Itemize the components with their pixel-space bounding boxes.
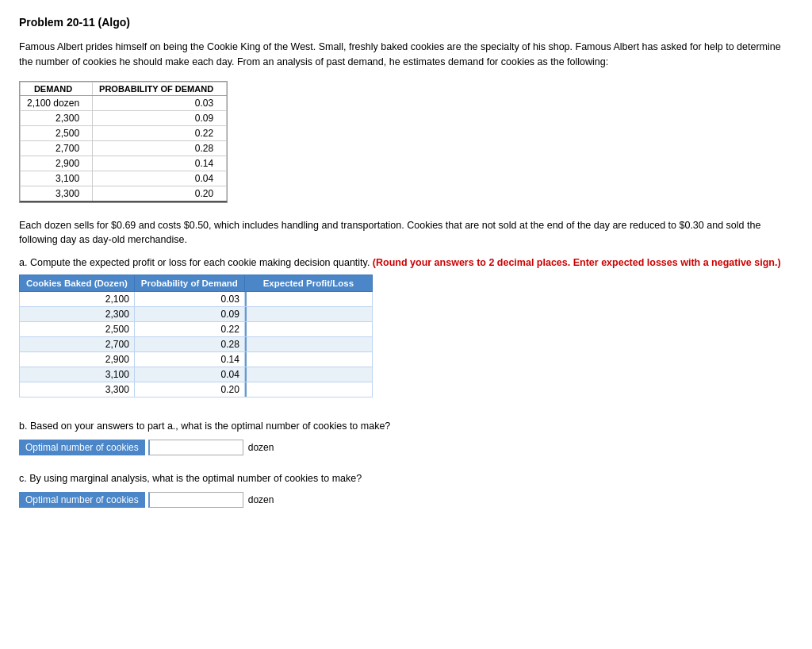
cookies-cell: 3,300 <box>20 382 135 397</box>
part-b-label: b. Based on your answers to part a., wha… <box>19 421 793 432</box>
table-row: 2,500 0.22 <box>20 322 373 337</box>
demand-row: 2,900 0.14 <box>21 156 227 171</box>
part-a-note: (Round your answers to 2 decimal places.… <box>373 257 781 268</box>
demand-row: 2,300 0.09 <box>21 110 227 125</box>
demand-cell: 2,500 <box>21 125 93 140</box>
table-row: 2,700 0.28 <box>20 337 373 352</box>
prob-cell: 0.28 <box>134 337 244 352</box>
prob-cell: 0.14 <box>134 352 244 367</box>
part-a-label: a. Compute the expected profit or loss f… <box>19 257 793 268</box>
col3-header: Expected Profit/Loss <box>244 275 372 292</box>
col1-header: Cookies Baked (Dozen) <box>20 275 135 292</box>
profit-cell[interactable] <box>244 352 372 367</box>
demand-table: DEMAND PROBABILITY OF DEMAND 2,100 dozen… <box>20 82 227 202</box>
part-b-optimal-label: Optimal number of cookies <box>19 440 145 455</box>
part-b-unit: dozen <box>248 442 274 453</box>
part-c-optimal-label: Optimal number of cookies <box>19 492 145 508</box>
profit-cell[interactable] <box>244 307 372 322</box>
cookies-cell: 2,700 <box>20 337 135 352</box>
profit-input-4[interactable] <box>245 352 372 367</box>
cookies-cell: 3,100 <box>20 367 135 382</box>
probability-cell: 0.04 <box>93 171 227 186</box>
probability-col-header: PROBABILITY OF DEMAND <box>93 82 227 95</box>
probability-cell: 0.03 <box>93 95 227 110</box>
probability-cell: 0.28 <box>93 140 227 156</box>
intro-paragraph: Famous Albert prides himself on being th… <box>19 40 793 70</box>
demand-row: 3,300 0.20 <box>21 186 227 202</box>
profit-input-2[interactable] <box>245 322 372 336</box>
table-row: 2,900 0.14 <box>20 352 373 367</box>
profit-cell[interactable] <box>244 322 372 337</box>
part-c-label: c. By using marginal analysis, what is t… <box>19 473 793 484</box>
prob-cell: 0.20 <box>134 382 244 397</box>
probability-cell: 0.14 <box>93 156 227 171</box>
profit-input-3[interactable] <box>245 337 372 351</box>
part-b-input[interactable] <box>148 440 243 455</box>
prob-cell: 0.09 <box>134 307 244 322</box>
profit-input-5[interactable] <box>245 367 372 382</box>
profit-cell[interactable] <box>244 292 372 307</box>
section-text: Each dozen sells for $0.69 and costs $0.… <box>19 218 793 248</box>
demand-row: 2,500 0.22 <box>21 125 227 140</box>
answer-table-wrapper: Cookies Baked (Dozen) Probability of Dem… <box>19 275 373 397</box>
prob-cell: 0.04 <box>134 367 244 382</box>
col2-header: Probability of Demand <box>134 275 244 292</box>
demand-col-header: DEMAND <box>21 82 93 95</box>
demand-row: 2,700 0.28 <box>21 140 227 156</box>
cookies-cell: 2,300 <box>20 307 135 322</box>
part-c-input[interactable] <box>148 492 243 508</box>
demand-cell: 2,300 <box>21 110 93 125</box>
demand-cell: 2,100 dozen <box>21 95 93 110</box>
part-b-optimal-row: Optimal number of cookies dozen <box>19 440 793 455</box>
prob-cell: 0.22 <box>134 322 244 337</box>
profit-cell[interactable] <box>244 367 372 382</box>
probability-cell: 0.22 <box>93 125 227 140</box>
demand-cell: 3,300 <box>21 186 93 202</box>
profit-input-0[interactable] <box>245 292 372 306</box>
table-row: 3,100 0.04 <box>20 367 373 382</box>
answer-table: Cookies Baked (Dozen) Probability of Dem… <box>19 275 373 397</box>
page-title: Problem 20-11 (Algo) <box>19 16 793 29</box>
probability-cell: 0.20 <box>93 186 227 202</box>
cookies-cell: 2,900 <box>20 352 135 367</box>
table-row: 3,300 0.20 <box>20 382 373 397</box>
demand-cell: 2,900 <box>21 156 93 171</box>
table-row: 2,100 0.03 <box>20 292 373 307</box>
demand-table-wrapper: DEMAND PROBABILITY OF DEMAND 2,100 dozen… <box>19 81 228 203</box>
cookies-cell: 2,100 <box>20 292 135 307</box>
part-c-optimal-row: Optimal number of cookies dozen <box>19 492 793 508</box>
table-row: 2,300 0.09 <box>20 307 373 322</box>
probability-cell: 0.09 <box>93 110 227 125</box>
profit-input-1[interactable] <box>245 307 372 321</box>
demand-row: 2,100 dozen 0.03 <box>21 95 227 110</box>
profit-cell[interactable] <box>244 382 372 397</box>
demand-cell: 3,100 <box>21 171 93 186</box>
demand-row: 3,100 0.04 <box>21 171 227 186</box>
profit-input-6[interactable] <box>245 382 372 397</box>
profit-cell[interactable] <box>244 337 372 352</box>
cookies-cell: 2,500 <box>20 322 135 337</box>
part-c-unit: dozen <box>248 494 274 505</box>
demand-cell: 2,700 <box>21 140 93 156</box>
prob-cell: 0.03 <box>134 292 244 307</box>
